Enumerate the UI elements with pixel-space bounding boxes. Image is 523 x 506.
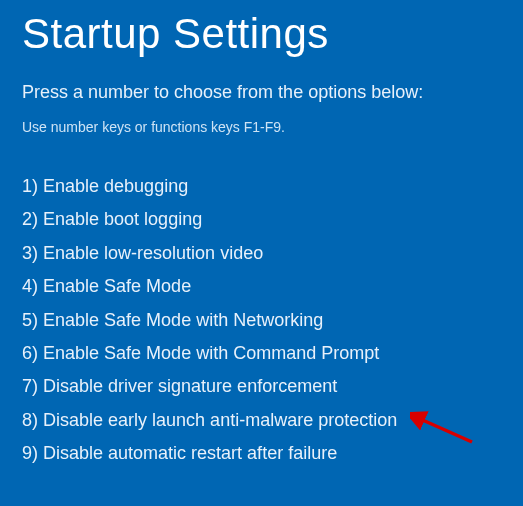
option-label: Disable driver signature enforcement (43, 376, 337, 396)
option-number: 8) (22, 410, 38, 430)
option-4[interactable]: 4) Enable Safe Mode (22, 275, 501, 298)
option-5[interactable]: 5) Enable Safe Mode with Networking (22, 309, 501, 332)
option-label: Enable boot logging (43, 209, 202, 229)
option-9[interactable]: 9) Disable automatic restart after failu… (22, 442, 501, 465)
instruction-text: Press a number to choose from the option… (22, 82, 501, 103)
option-number: 7) (22, 376, 38, 396)
option-7[interactable]: 7) Disable driver signature enforcement (22, 375, 501, 398)
option-label: Disable early launch anti-malware protec… (43, 410, 397, 430)
option-number: 2) (22, 209, 38, 229)
hint-text: Use number keys or functions keys F1-F9. (22, 119, 501, 135)
options-list: 1) Enable debugging 2) Enable boot loggi… (22, 175, 501, 466)
option-number: 1) (22, 176, 38, 196)
option-label: Enable Safe Mode with Command Prompt (43, 343, 379, 363)
option-3[interactable]: 3) Enable low-resolution video (22, 242, 501, 265)
option-6[interactable]: 6) Enable Safe Mode with Command Prompt (22, 342, 501, 365)
option-2[interactable]: 2) Enable boot logging (22, 208, 501, 231)
option-number: 4) (22, 276, 38, 296)
option-8[interactable]: 8) Disable early launch anti-malware pro… (22, 409, 501, 432)
option-1[interactable]: 1) Enable debugging (22, 175, 501, 198)
option-label: Disable automatic restart after failure (43, 443, 337, 463)
option-label: Enable Safe Mode (43, 276, 191, 296)
option-number: 9) (22, 443, 38, 463)
option-number: 6) (22, 343, 38, 363)
option-label: Enable Safe Mode with Networking (43, 310, 323, 330)
option-number: 5) (22, 310, 38, 330)
option-number: 3) (22, 243, 38, 263)
option-label: Enable low-resolution video (43, 243, 263, 263)
option-label: Enable debugging (43, 176, 188, 196)
page-title: Startup Settings (22, 10, 501, 58)
